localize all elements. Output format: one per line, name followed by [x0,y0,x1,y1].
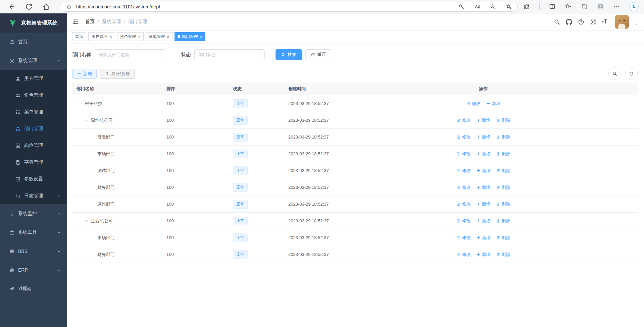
sidebar-item-param-settings[interactable]: 参数设置 [0,171,67,187]
app-logo[interactable]: 意框架管理系统 [0,13,67,33]
browser-back-button[interactable] [7,3,15,11]
delete-link[interactable]: 删除 [496,201,510,207]
show-search-toggle-button[interactable] [608,67,621,80]
sidebar-item-bbs[interactable]: BBS [0,242,67,261]
add-link[interactable]: 新增 [476,117,491,123]
reset-button[interactable]: 重置 [305,49,331,60]
edit-link[interactable]: 修改 [466,101,481,107]
add-link[interactable]: 新增 [476,151,491,157]
close-icon[interactable]: × [109,35,112,39]
sidebar-item-dict-management[interactable]: 字典管理 [0,154,67,171]
expand-chevron-icon[interactable] [85,118,89,122]
browser-menu-icon[interactable] [613,3,620,10]
delete-link[interactable]: 删除 [496,252,510,258]
tab-home[interactable]: 首页 [72,32,86,41]
avatar-caret-down-icon[interactable] [635,22,638,26]
delete-link[interactable]: 删除 [496,235,510,241]
browser-refresh-button[interactable] [25,3,33,11]
sidebar-item-dept-management[interactable]: 部门管理 [0,120,67,137]
help-icon[interactable] [578,19,584,25]
expand-collapse-button[interactable]: 展开/折叠 [100,69,135,79]
read-aloud-icon[interactable] [474,3,481,10]
add-link[interactable]: 新增 [476,168,491,174]
user-avatar[interactable] [615,15,629,29]
edit-link[interactable]: 修改 [456,218,471,224]
zoom-out-icon[interactable] [490,3,496,10]
sidebar-item-post-management[interactable]: 岗位管理 [0,137,67,154]
sidebar-item-role-management[interactable]: 角色管理 [0,87,67,104]
add-button[interactable]: 新增 [72,69,97,79]
expand-chevron-icon[interactable] [79,102,83,106]
edit-link[interactable]: 修改 [456,117,471,123]
add-link[interactable]: 新增 [486,101,500,107]
breadcrumb-system[interactable]: 系统管理 [102,19,121,25]
edit-link[interactable]: 修改 [456,134,471,140]
edit-link[interactable]: 修改 [456,252,471,258]
delete-link[interactable]: 删除 [496,168,510,174]
password-key-icon[interactable] [458,3,465,10]
add-link[interactable]: 新增 [476,218,491,224]
close-icon[interactable]: × [167,35,169,39]
add-link[interactable]: 新增 [476,235,491,241]
delete-link[interactable]: 删除 [496,151,510,157]
dept-name: 研发部门 [97,134,115,140]
sidebar-item-user-management[interactable]: 用户管理 [0,70,67,87]
dept-created: 2023-03-29 18:52:37 [287,202,389,207]
edit-link[interactable]: 修改 [456,184,471,190]
extensions-icon[interactable] [523,3,530,10]
github-icon[interactable] [566,19,572,25]
delete-link[interactable]: 删除 [496,218,510,224]
sidebar-item-erp[interactable]: ERP [0,261,67,279]
close-icon[interactable]: × [200,35,203,39]
col-header-actions: 操作 [389,86,577,92]
sidebar-item-system-monitor[interactable]: 系统监控 [0,204,67,223]
url-text[interactable]: https://ccnetcore.com:1101/system/dept [76,4,160,9]
sidebar-item-system-tools[interactable]: 系统工具 [0,223,67,242]
header-search-icon[interactable] [554,19,560,25]
fullscreen-icon[interactable] [590,19,596,25]
tab-user-management[interactable]: 用户管理 × [88,32,115,41]
delete-link[interactable]: 删除 [496,117,510,123]
search-button[interactable]: 搜索 [276,49,302,60]
lock-icon[interactable] [66,4,72,9]
expand-chevron-icon[interactable] [85,219,89,223]
refresh-table-button[interactable] [625,67,638,80]
favorites-icon[interactable] [565,3,572,10]
split-screen-icon[interactable] [549,3,556,10]
font-size-icon[interactable]: тT [602,19,607,24]
table-row: 研发部门 100 正常 2023-03-29 18:52:37 修改 新增 删除 [72,129,638,146]
bing-chat-icon[interactable] [629,2,639,11]
select-caret-down-icon [257,53,261,57]
edit-link[interactable]: 修改 [456,168,471,174]
tab-dept-management[interactable]: 部门管理 × [175,32,206,41]
edit-link[interactable]: 修改 [456,235,471,241]
add-link[interactable]: 新增 [476,252,491,258]
sidebar-item-home[interactable]: 首页 [0,33,67,51]
globe-icon [9,249,15,254]
delete-link[interactable]: 删除 [496,134,510,140]
collections-icon[interactable] [581,3,588,10]
breadcrumb-home[interactable]: 首页 [85,19,95,25]
sidebar-item-yi-framework[interactable]: Yi框架 [0,279,67,298]
browser-profile-icon[interactable] [597,3,604,10]
add-link[interactable]: 新增 [476,184,491,190]
edit-link[interactable]: 修改 [456,201,471,207]
add-link[interactable]: 新增 [476,201,491,207]
sidebar-item-menu-management[interactable]: 菜单管理 [0,104,67,120]
edit-link[interactable]: 修改 [456,151,471,157]
address-bar[interactable]: https://ccnetcore.com:1101/system/dept [60,2,518,12]
add-favorite-icon[interactable] [505,3,512,10]
status-select[interactable]: 部门状态 [194,49,265,60]
sidebar-fold-icon[interactable] [72,18,79,25]
close-icon[interactable]: × [138,35,141,39]
tab-menu-management[interactable]: 菜单管理 × [146,32,172,41]
dept-name-input[interactable] [95,49,165,60]
trash-icon [496,135,500,139]
tab-role-management[interactable]: 角色管理 × [117,32,144,41]
status-badge: 正常 [233,217,248,225]
sidebar-item-log-management[interactable]: 日志管理 [0,187,67,204]
browser-home-button[interactable] [42,3,50,11]
sidebar-item-system-management[interactable]: 系统管理 [0,51,67,70]
add-link[interactable]: 新增 [476,134,491,140]
delete-link[interactable]: 删除 [496,184,510,190]
